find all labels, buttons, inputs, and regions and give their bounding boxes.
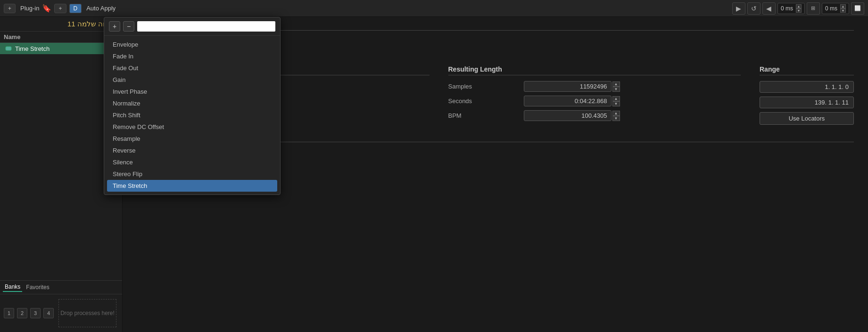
time-spin-2[interactable]: ▲ ▼	[840, 4, 846, 13]
name-header: Name	[4, 33, 20, 40]
bank-slot-4[interactable]: 4	[43, 308, 54, 318]
bank-slot-row: 1 2 3 4 Drop processes here!	[0, 296, 122, 330]
dd-item-normalize[interactable]: Normalize	[104, 97, 280, 109]
rewind-btn[interactable]: ◀	[762, 2, 776, 15]
time-spin-down-2[interactable]: ▼	[840, 8, 846, 13]
tab-banks[interactable]: Banks	[3, 283, 22, 292]
dropdown-list: Envelope Fade In Fade Out Gain Invert Ph…	[104, 36, 280, 194]
res-seconds-input[interactable]	[524, 96, 612, 106]
dd-item-pitch-shift[interactable]: Pitch Shift	[104, 109, 280, 121]
res-seconds-label: Seconds	[448, 97, 524, 105]
res-seconds-wrap: ▲ ▼	[524, 96, 620, 106]
tab-d-btn[interactable]: D	[69, 4, 82, 13]
use-locators-btn[interactable]: Use Locators	[760, 112, 854, 125]
range-col: Range 1. 1. 1. 0 139. 1. 1. 11 Use Locat…	[760, 65, 854, 125]
res-samples-down[interactable]: ▼	[612, 87, 620, 92]
res-bpm-up[interactable]: ▲	[612, 111, 620, 116]
range-value-1: 1. 1. 1. 0	[760, 81, 854, 93]
dd-item-stereo-flip[interactable]: Stereo Flip	[104, 168, 280, 180]
dd-item-gain[interactable]: Gain	[104, 74, 280, 86]
dd-item-silence[interactable]: Silence	[104, 156, 280, 168]
res-bpm-down[interactable]: ▼	[612, 116, 620, 121]
res-samples-row: Samples ▲ ▼	[448, 81, 741, 92]
dd-item-fade-in[interactable]: Fade In	[104, 50, 280, 62]
drop-zone-label: Drop processes here!	[60, 310, 115, 316]
res-seconds-up[interactable]: ▲	[612, 96, 620, 101]
res-bpm-input[interactable]	[524, 110, 612, 121]
play-btn[interactable]: ▶	[732, 2, 745, 15]
res-bpm-wrap: ▲ ▼	[524, 110, 620, 121]
range-title: Range	[760, 65, 854, 75]
bank-tabs: Banks Favorites	[0, 281, 122, 294]
main-layout: שמחה שלמה 11 Name Time Stretch Banks Fav…	[0, 17, 868, 332]
dropdown-add-btn[interactable]: +	[109, 21, 120, 32]
plugin-label: Plug-in	[20, 5, 39, 12]
res-seconds-row: Seconds ▲ ▼	[448, 96, 741, 106]
bank-slot-3[interactable]: 3	[30, 308, 41, 318]
dd-item-resample[interactable]: Resample	[104, 133, 280, 145]
resulting-length-title: Resulting Length	[448, 65, 741, 75]
auto-label: Auto Apply	[86, 5, 116, 12]
dd-item-fade-out[interactable]: Fade Out	[104, 62, 280, 74]
dropdown-menu: + − Envelope Fade In Fade Out Gain Inver…	[104, 17, 281, 195]
layout-btn[interactable]: ⊞	[807, 2, 820, 15]
loop-btn[interactable]: ↺	[747, 2, 761, 15]
add-btn[interactable]: +	[4, 4, 16, 13]
dd-item-time-stretch[interactable]: Time Stretch	[107, 180, 277, 192]
time-spin-down-1[interactable]: ▼	[796, 8, 802, 13]
res-samples-up[interactable]: ▲	[612, 81, 620, 87]
bank-slot-1[interactable]: 1	[4, 308, 14, 318]
res-seconds-spin[interactable]: ▲ ▼	[612, 96, 620, 106]
res-samples-input[interactable]	[524, 81, 612, 92]
bank-slots: 1 2 3 4 Drop processes here!	[0, 294, 122, 332]
time-value-1: 0 ms	[781, 5, 793, 12]
dd-item-remove-dc[interactable]: Remove DC Offset	[104, 121, 280, 133]
res-bpm-label: BPM	[448, 112, 524, 119]
drop-zone: Drop processes here!	[58, 299, 116, 327]
time-value-2: 0 ms	[825, 5, 837, 12]
time-spin-up-2[interactable]: ▲	[840, 4, 846, 8]
bank-slot-2[interactable]: 2	[17, 308, 27, 318]
time-spin-1[interactable]: ▲ ▼	[796, 4, 802, 13]
res-samples-spin[interactable]: ▲ ▼	[612, 81, 620, 92]
transport-group: ▶ ↺ ◀ 0 ms ▲ ▼ ⊞ 0 ms ▲ ▼ ⬜	[732, 2, 864, 15]
tab-favorites[interactable]: Favorites	[24, 283, 51, 292]
time-display-1: 0 ms ▲ ▼	[777, 3, 805, 14]
list-item-label: Time Stretch	[15, 45, 50, 52]
res-seconds-down[interactable]: ▼	[612, 101, 620, 106]
window-btn[interactable]: ⬜	[851, 2, 864, 15]
res-samples-label: Samples	[448, 83, 524, 90]
dd-item-envelope[interactable]: Envelope	[104, 39, 280, 50]
list-item-icon	[5, 45, 12, 52]
panel-bottom: Banks Favorites 1 2 3 4 Drop processes h…	[0, 280, 122, 332]
dropdown-toolbar: + −	[104, 17, 280, 36]
dropdown-search-input[interactable]	[137, 21, 275, 32]
new-tab-btn[interactable]: +	[54, 4, 66, 13]
time-spin-up-1[interactable]: ▲	[796, 4, 802, 8]
dropdown-remove-btn[interactable]: −	[123, 21, 134, 32]
time-display-2: 0 ms ▲ ▼	[822, 3, 849, 14]
svg-rect-0	[6, 47, 11, 50]
res-samples-wrap: ▲ ▼	[524, 81, 620, 92]
dd-item-reverse[interactable]: Reverse	[104, 145, 280, 156]
res-bpm-spin[interactable]: ▲ ▼	[612, 111, 620, 121]
range-value-2: 139. 1. 1. 11	[760, 97, 854, 108]
bookmark-icon[interactable]: 🔖	[42, 4, 51, 13]
res-bpm-row: BPM ▲ ▼	[448, 110, 741, 121]
top-bar: + Plug-in 🔖 + D Auto Apply ▶ ↺ ◀ 0 ms ▲ …	[0, 0, 868, 17]
dd-item-invert-phase[interactable]: Invert Phase	[104, 86, 280, 97]
resulting-length-col: Resulting Length Samples ▲ ▼ Seconds	[448, 65, 741, 125]
